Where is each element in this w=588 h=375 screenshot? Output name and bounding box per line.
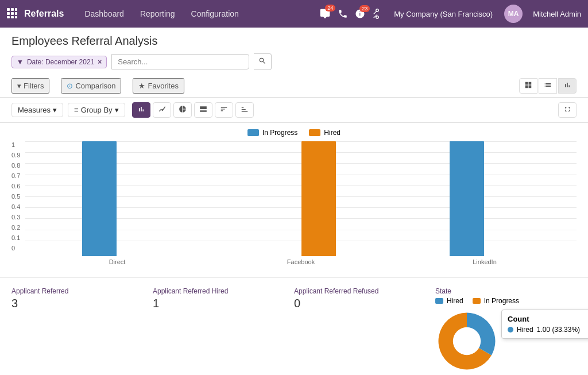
list-view-btn[interactable]	[539, 78, 557, 94]
favorites-label: Favorites	[148, 82, 178, 90]
content-area: In Progress Hired 0 0.1 0.2 0.3 0.4 0.5 …	[0, 123, 588, 375]
stat-applicant-referred-value: 3	[11, 297, 153, 310]
favorites-button[interactable]: ★ Favorites	[133, 78, 184, 94]
bar-label-facebook: Facebook	[209, 258, 393, 265]
user-name: Mitchell Admin	[533, 10, 581, 18]
line-chart-btn[interactable]	[153, 102, 171, 118]
sort-desc-btn[interactable]	[235, 102, 254, 118]
chart-container: In Progress Hired 0 0.1 0.2 0.3 0.4 0.5 …	[0, 123, 588, 277]
measures-dropdown[interactable]: Measures ▾	[11, 103, 63, 117]
filter-tag-text: Date: December 2021	[27, 58, 94, 66]
tooltip-title: Count	[508, 315, 584, 323]
bar-group-facebook	[209, 141, 393, 256]
filter-funnel-icon: ▾	[17, 82, 21, 90]
stat-applicant-referred-refused-label: Applicant Referred Refused	[294, 287, 435, 295]
bar-chart-btn[interactable]	[132, 102, 150, 118]
filters-button[interactable]: ▾ Filters	[11, 78, 49, 94]
company-name: My Company (San Francisco)	[394, 10, 493, 18]
expand-btn[interactable]	[558, 102, 577, 118]
tooltip-row: Hired 1.00 (33.33%)	[508, 326, 584, 334]
stat-applicant-referred: Applicant Referred 3	[11, 285, 153, 375]
bar-group-direct	[25, 141, 209, 256]
phone-icon-btn[interactable]	[338, 9, 348, 19]
pie-legend-in-progress-color	[473, 298, 481, 304]
search-button[interactable]	[254, 53, 272, 70]
svg-rect-4	[11, 12, 14, 15]
svg-rect-5	[15, 12, 17, 15]
state-pie-section: State Hired In Progress	[435, 285, 577, 375]
legend-in-progress-label: In Progress	[262, 129, 297, 137]
measures-chevron: ▾	[53, 106, 57, 114]
legend-hired: Hired	[309, 129, 341, 137]
svg-rect-7	[11, 16, 14, 18]
y-axis: 0 0.1 0.2 0.3 0.4 0.5 0.6 0.7 0.8 0.9 1	[11, 141, 25, 265]
chat-icon-btn[interactable]: 24	[319, 8, 331, 20]
top-nav: Referrals Dashboard Reporting Configurat…	[0, 0, 588, 28]
bar-label-direct: Direct	[25, 258, 209, 265]
group-by-dropdown[interactable]: ≡ Group By ▾	[68, 103, 125, 117]
bar-linkedin-in-progress[interactable]	[450, 141, 484, 256]
group-by-lines-icon: ≡	[74, 106, 79, 114]
nav-brand[interactable]: Referrals	[24, 9, 64, 19]
stat-applicant-referred-label: Applicant Referred	[11, 287, 153, 295]
chart-type-buttons	[132, 102, 254, 118]
nav-icons: 24 23 My Company (San Francisco) MA Mitc…	[319, 5, 581, 23]
view-buttons	[519, 78, 577, 94]
filter-tag-close[interactable]: ×	[98, 58, 102, 66]
stat-applicant-referred-refused: Applicant Referred Refused 0	[294, 285, 435, 375]
stat-applicant-referred-hired: Applicant Referred Hired 1	[153, 285, 294, 375]
svg-rect-8	[15, 16, 17, 18]
pie-svg	[435, 310, 498, 373]
search-bar: ▼ Date: December 2021 ×	[11, 53, 577, 70]
pie-legend-hired-color	[435, 298, 443, 304]
chart-area: Direct Facebook LinkedIn	[25, 141, 577, 265]
pie-center	[453, 327, 481, 355]
bar-direct-in-progress[interactable]	[82, 141, 117, 256]
measures-label: Measures	[18, 106, 51, 114]
kanban-view-btn[interactable]	[519, 78, 537, 94]
bar-label-linkedin: LinkedIn	[393, 258, 577, 265]
scissors-icon-btn[interactable]	[372, 9, 382, 19]
pie-tooltip: Count Hired 1.00 (33.33%)	[501, 310, 588, 339]
state-label: State	[435, 287, 577, 295]
svg-rect-3	[7, 12, 10, 15]
toolbar: Measures ▾ ≡ Group By ▾	[0, 98, 588, 123]
pie-chart: Count Hired 1.00 (33.33%)	[435, 310, 498, 373]
svg-rect-0	[7, 8, 10, 11]
nav-reporting[interactable]: Reporting	[133, 6, 182, 22]
page-header: Employees Referral Analysis ▼ Date: Dece…	[0, 28, 588, 98]
star-icon: ★	[138, 82, 145, 90]
nav-dashboard[interactable]: Dashboard	[78, 6, 131, 22]
stack-chart-btn[interactable]	[194, 102, 212, 118]
comparison-label: Comparison	[75, 82, 115, 90]
search-input[interactable]	[111, 54, 249, 69]
avatar[interactable]: MA	[504, 5, 523, 23]
filters-label: Filters	[24, 82, 44, 90]
page-wrapper: Referrals Dashboard Reporting Configurat…	[0, 0, 588, 375]
bar-labels: Direct Facebook LinkedIn	[25, 258, 577, 265]
tooltip-label: Hired	[517, 326, 533, 334]
nav-configuration[interactable]: Configuration	[184, 6, 246, 22]
legend-hired-label: Hired	[324, 129, 341, 137]
bar-group-linkedin	[393, 141, 577, 256]
bar-facebook-hired[interactable]	[301, 141, 336, 256]
svg-rect-1	[11, 8, 14, 11]
comparison-icon: ⊙	[67, 82, 73, 90]
svg-rect-2	[15, 8, 17, 11]
pie-legend-hired-label: Hired	[447, 297, 463, 305]
filter-tag[interactable]: ▼ Date: December 2021 ×	[11, 56, 107, 68]
bar-chart: 0 0.1 0.2 0.3 0.4 0.5 0.6 0.7 0.8 0.9 1	[11, 141, 577, 265]
stat-applicant-referred-hired-value: 1	[153, 297, 294, 310]
clock-icon-btn[interactable]: 23	[355, 9, 365, 19]
pie-chart-btn[interactable]	[173, 102, 192, 118]
chart-view-btn[interactable]	[558, 78, 577, 94]
filter-actions: ▾ Filters ⊙ Comparison ★ Favorites	[11, 75, 577, 97]
group-by-chevron: ▾	[115, 106, 119, 114]
tooltip-color	[508, 327, 513, 333]
comparison-button[interactable]: ⊙ Comparison	[61, 78, 121, 94]
bars-row	[25, 141, 577, 256]
grid-icon[interactable]	[7, 8, 17, 20]
sort-asc-btn[interactable]	[215, 102, 233, 118]
pie-legend: Hired In Progress	[435, 297, 577, 305]
legend-hired-color	[309, 129, 320, 136]
